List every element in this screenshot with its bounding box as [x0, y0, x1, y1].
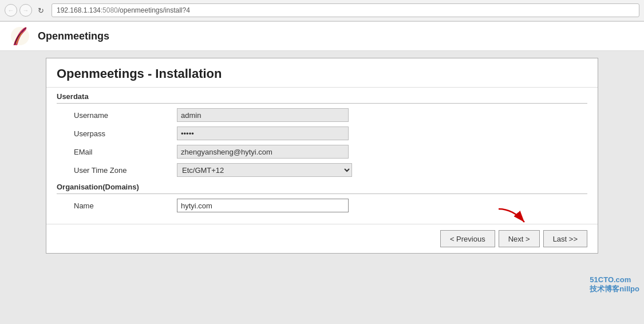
arrow-annotation [496, 206, 530, 229]
watermark: 51CTO.com技术博客nillpo [590, 275, 639, 294]
app-header: Openmeetings [0, 22, 644, 51]
main-content: Openmeetings - Installation Userdata Use… [0, 51, 644, 260]
url-path: /openmeetings/install?4 [118, 6, 190, 14]
address-bar[interactable]: 192.168.1.134:5080/openmeetings/install?… [52, 3, 639, 17]
userpass-row: Userpass [57, 127, 587, 140]
email-input[interactable] [177, 145, 349, 159]
organisation-section-title: Organisation(Domains) [57, 183, 587, 194]
timezone-row: User Time Zone Etc/GMT+12 Etc/GMT+11 Etc… [57, 163, 587, 177]
card-header: Openmeetings - Installation [46, 58, 598, 88]
email-label: EMail [74, 148, 177, 156]
userdata-section: Userdata Username Userpass EMail User Ti… [57, 92, 587, 177]
userdata-section-title: Userdata [57, 92, 587, 104]
nav-buttons: ← → ↻ [5, 4, 47, 17]
installation-card: Openmeetings - Installation Userdata Use… [46, 58, 598, 254]
name-label: Name [74, 201, 177, 210]
username-label: Username [74, 111, 177, 120]
timezone-select[interactable]: Etc/GMT+12 Etc/GMT+11 Etc/GMT+10 Etc/GMT… [177, 163, 352, 177]
feather-logo [9, 25, 31, 47]
forward-button[interactable]: → [19, 4, 32, 17]
username-row: Username [57, 108, 587, 122]
back-button[interactable]: ← [5, 4, 17, 17]
app-title: Openmeetings [38, 30, 109, 42]
url-port: :5080 [101, 6, 118, 14]
refresh-button[interactable]: ↻ [34, 4, 47, 17]
page-title: Openmeetings - Installation [57, 66, 222, 81]
name-input[interactable] [177, 199, 349, 212]
username-input[interactable] [177, 108, 349, 122]
url-text: 192.168.1.134 [57, 6, 101, 14]
browser-toolbar: ← → ↻ 192.168.1.134:5080/openmeetings/in… [0, 0, 644, 21]
userpass-label: Userpass [74, 129, 177, 138]
next-button[interactable]: Next > [499, 230, 540, 247]
card-body: Userdata Username Userpass EMail User Ti… [46, 88, 598, 224]
email-row: EMail [57, 145, 587, 159]
userpass-input[interactable] [177, 127, 349, 140]
timezone-label: User Time Zone [74, 166, 177, 175]
browser-chrome: ← → ↻ 192.168.1.134:5080/openmeetings/in… [0, 0, 644, 22]
last-button[interactable]: Last >> [543, 230, 587, 247]
card-footer: < Previous Next > Last >> [46, 224, 598, 253]
previous-button[interactable]: < Previous [440, 230, 495, 247]
